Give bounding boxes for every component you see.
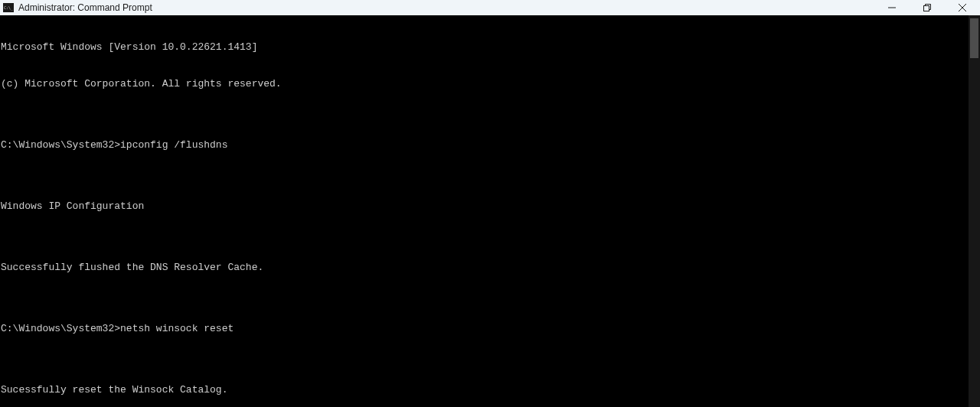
window-controls [874,0,980,15]
terminal-line: (c) Microsoft Corporation. All rights re… [1,78,980,90]
terminal-output[interactable]: Microsoft Windows [Version 10.0.22621.14… [0,15,980,407]
maximize-button[interactable] [910,0,945,15]
titlebar[interactable]: Administrator: Command Prompt [0,0,980,15]
titlebar-left: Administrator: Command Prompt [3,2,152,13]
terminal-line: C:\Windows\System32>netsh winsock reset [1,323,980,335]
terminal-line: Successfully flushed the DNS Resolver Ca… [1,262,980,274]
svg-rect-1 [924,6,929,11]
scrollbar-thumb[interactable] [970,18,978,58]
terminal-line: C:\Windows\System32>ipconfig /flushdns [1,139,980,151]
window-title: Administrator: Command Prompt [18,2,152,13]
terminal-line: Microsoft Windows [Version 10.0.22621.14… [1,41,980,54]
close-button[interactable] [945,0,980,15]
terminal-line: Sucessfully reset the Winsock Catalog. [1,384,980,396]
minimize-button[interactable] [874,0,910,15]
terminal-line: Windows IP Configuration [1,200,980,213]
cmd-icon [3,3,14,12]
scrollbar-track[interactable] [969,15,980,407]
